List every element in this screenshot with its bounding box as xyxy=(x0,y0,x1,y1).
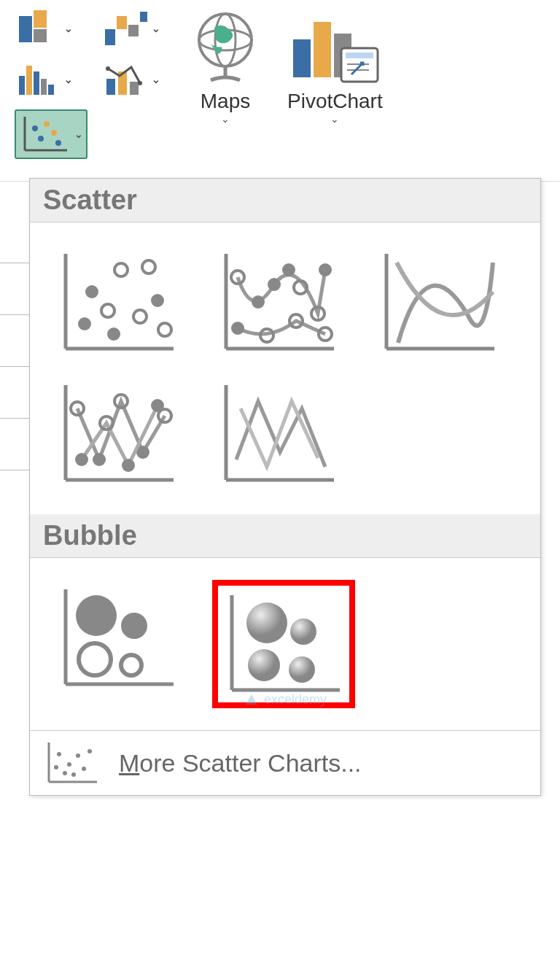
maps-label: Maps xyxy=(185,90,265,113)
svg-rect-4 xyxy=(117,16,127,29)
scatter-more-icon xyxy=(43,740,101,786)
svg-point-20 xyxy=(44,121,50,127)
svg-point-37 xyxy=(85,285,98,298)
scatter-smooth-markers-option[interactable] xyxy=(212,244,343,361)
svg-point-21 xyxy=(38,136,44,142)
svg-rect-0 xyxy=(19,16,32,42)
svg-rect-3 xyxy=(105,29,115,45)
svg-point-90 xyxy=(63,771,67,775)
chevron-down-icon: ⌄ xyxy=(185,113,265,125)
scatter-option[interactable] xyxy=(52,244,183,361)
chevron-down-icon: ⌄ xyxy=(64,74,73,85)
svg-point-22 xyxy=(51,130,57,136)
more-scatter-charts-button[interactable]: More Scatter Charts... xyxy=(30,730,540,795)
svg-point-68 xyxy=(75,453,88,466)
globe-icon xyxy=(185,7,265,88)
svg-point-94 xyxy=(71,772,76,777)
bubble-3d-option[interactable] xyxy=(212,580,355,708)
pivotchart-icon xyxy=(287,7,382,88)
svg-rect-12 xyxy=(106,79,115,95)
svg-rect-32 xyxy=(346,53,373,58)
svg-rect-2 xyxy=(34,29,47,42)
svg-point-93 xyxy=(88,749,92,753)
svg-rect-1 xyxy=(34,10,47,28)
more-scatter-label: More Scatter Charts... xyxy=(119,749,362,778)
svg-rect-10 xyxy=(41,79,47,95)
svg-point-19 xyxy=(32,125,38,131)
svg-point-43 xyxy=(133,310,147,323)
scatter-dropdown-panel: Scatter xyxy=(29,178,541,796)
svg-point-82 xyxy=(246,602,287,643)
svg-point-64 xyxy=(93,453,106,466)
svg-point-79 xyxy=(121,655,141,675)
svg-point-15 xyxy=(106,66,110,71)
svg-point-42 xyxy=(107,327,120,341)
chevron-down-icon: ⌄ xyxy=(152,74,160,85)
scatter-straight-markers-option[interactable] xyxy=(52,376,183,492)
svg-point-38 xyxy=(114,263,128,276)
chevron-down-icon: ⌄ xyxy=(64,23,73,34)
svg-point-49 xyxy=(252,295,265,309)
svg-point-70 xyxy=(122,459,135,472)
svg-point-55 xyxy=(231,322,244,335)
pivotchart-label: PivotChart xyxy=(287,90,383,113)
svg-point-44 xyxy=(151,294,164,307)
scatter-section-header: Scatter xyxy=(30,179,540,222)
svg-point-41 xyxy=(101,304,114,317)
svg-rect-14 xyxy=(130,82,139,95)
svg-point-85 xyxy=(289,656,315,683)
svg-rect-28 xyxy=(293,39,311,77)
chevron-down-icon: ⌄ xyxy=(287,113,383,125)
insert-column-chart-button[interactable]: ⌄ xyxy=(15,7,88,50)
svg-point-89 xyxy=(67,762,71,767)
svg-point-88 xyxy=(57,752,61,756)
chevron-down-icon: ⌄ xyxy=(152,23,160,34)
svg-rect-11 xyxy=(48,85,54,95)
svg-point-50 xyxy=(268,278,281,291)
svg-point-45 xyxy=(158,323,171,336)
svg-point-83 xyxy=(290,619,316,645)
watermark: exceldemy xyxy=(244,691,327,708)
svg-point-39 xyxy=(142,260,155,274)
ribbon-charts-group: ⌄ ⌄ ⌄ xyxy=(0,0,560,182)
svg-point-40 xyxy=(78,317,91,330)
svg-rect-9 xyxy=(34,71,39,95)
svg-point-76 xyxy=(76,595,117,636)
insert-histogram-button[interactable]: ⌄ xyxy=(15,58,88,101)
svg-rect-6 xyxy=(140,12,147,22)
svg-rect-29 xyxy=(314,22,331,77)
scatter-smooth-lines-option[interactable] xyxy=(373,244,504,361)
bubble-section-header: Bubble xyxy=(30,514,540,558)
svg-rect-8 xyxy=(26,66,32,95)
maps-button[interactable]: Maps ⌄ xyxy=(185,7,265,125)
svg-point-91 xyxy=(76,753,80,758)
svg-point-84 xyxy=(248,649,280,681)
svg-rect-7 xyxy=(19,76,25,95)
insert-scatter-chart-button[interactable]: ⌄ xyxy=(15,109,88,159)
svg-point-78 xyxy=(79,643,111,675)
insert-waterfall-chart-button[interactable]: ⌄ xyxy=(102,7,163,50)
svg-point-92 xyxy=(82,767,86,771)
svg-point-71 xyxy=(151,399,164,412)
svg-point-16 xyxy=(138,81,142,85)
chevron-down-icon: ⌄ xyxy=(74,128,83,140)
svg-point-51 xyxy=(282,263,295,276)
svg-point-77 xyxy=(121,613,147,639)
svg-point-95 xyxy=(54,765,58,770)
pivotchart-button[interactable]: PivotChart ⌄ xyxy=(287,7,383,125)
bubble-2d-option[interactable] xyxy=(52,580,183,697)
svg-point-23 xyxy=(55,140,61,146)
svg-rect-5 xyxy=(128,25,139,36)
scatter-straight-lines-option[interactable] xyxy=(212,376,343,492)
svg-point-54 xyxy=(319,263,332,276)
insert-combo-chart-button[interactable]: ⌄ xyxy=(102,58,163,101)
